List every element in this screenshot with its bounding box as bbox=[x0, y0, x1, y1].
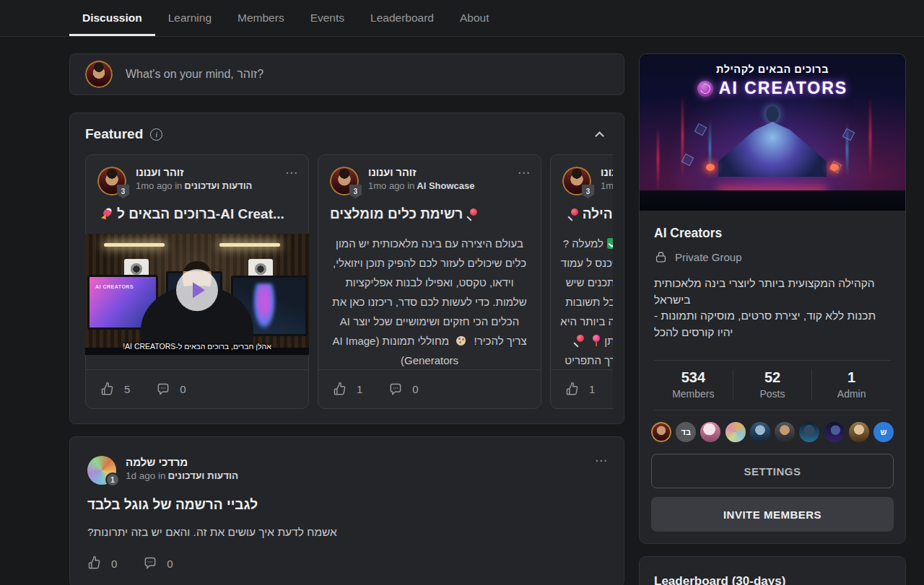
pushpin-emoji-icon bbox=[573, 335, 585, 346]
invite-members-button[interactable]: INVITE MEMBERS bbox=[651, 497, 894, 532]
post-header: 3 זוהר וענונו 1mo ago inAI Showcase bbox=[330, 167, 529, 195]
featured-header: Featured i bbox=[85, 126, 613, 142]
like-button[interactable] bbox=[565, 382, 580, 397]
group-about-card: ברוכים הבאים לקהילת AI CREATORS AI Creat… bbox=[639, 53, 906, 544]
post-title: לגביי הרשמה של גוגל בלבד bbox=[87, 497, 606, 513]
privacy-label: Private Group bbox=[675, 251, 742, 263]
author-avatar[interactable]: 3 bbox=[97, 167, 126, 195]
pushpin-emoji-icon bbox=[567, 208, 579, 220]
post-meta: 1mo ago inהודעות ועדכונים bbox=[136, 180, 252, 191]
banner-light-streak bbox=[869, 97, 871, 177]
tab-learning[interactable]: Learning bbox=[155, 0, 225, 36]
comment-button[interactable] bbox=[388, 382, 403, 397]
author-avatar[interactable]: 3 bbox=[330, 167, 359, 195]
banner-desk bbox=[640, 190, 905, 211]
comment-button[interactable] bbox=[143, 556, 157, 571]
feed-post-card[interactable]: 1 מרדכי שלמה 1d ago inהודעות ועדכונים ⋯ … bbox=[69, 436, 624, 585]
video-thumbnail[interactable]: אהלן חברים, ברוכים הבאים ל-AI CREATORS! bbox=[85, 234, 309, 355]
author-name[interactable]: זוהר וענונו bbox=[368, 167, 475, 178]
channel-name[interactable]: הודעות ועדכונים bbox=[168, 470, 239, 481]
body-line: התכנים שיש bbox=[562, 273, 613, 292]
member-avatar[interactable] bbox=[651, 422, 671, 442]
play-icon bbox=[193, 282, 205, 298]
author-avatar[interactable]: 1 bbox=[87, 456, 116, 485]
like-count: 0 bbox=[111, 558, 117, 570]
banner-brand-row: AI CREATORS bbox=[640, 79, 905, 98]
author-name[interactable]: זוהר וענונו bbox=[136, 167, 252, 178]
post-title: רשימת כלים מומלצים bbox=[330, 206, 529, 225]
post-body: למעלה ? היכנס ל עמוד התכנים שיש קבל תשוב… bbox=[562, 234, 613, 370]
chevron-up-icon[interactable] bbox=[595, 131, 604, 141]
post-menu-icon[interactable]: ⋯ bbox=[518, 165, 531, 180]
page-content: What's on your mind, זוהר? Featured i 3 bbox=[0, 37, 924, 585]
leaderboard-card: Leaderboard (30-days) bbox=[639, 556, 906, 585]
group-name: AI Creators bbox=[654, 226, 891, 241]
post-age: 1mo ago in bbox=[368, 180, 414, 191]
member-avatar[interactable]: בד bbox=[676, 422, 696, 442]
current-user-avatar[interactable] bbox=[85, 61, 113, 88]
studio-light bbox=[104, 243, 165, 247]
body-line: ניתן bbox=[562, 331, 613, 351]
like-button[interactable] bbox=[87, 556, 102, 571]
post-age: 1mo ago in bbox=[136, 180, 182, 191]
banner-figure-hand bbox=[706, 164, 715, 171]
level-badge: 3 bbox=[582, 185, 594, 198]
group-sidebar: ברוכים הבאים לקהילת AI CREATORS AI Creat… bbox=[639, 53, 906, 585]
play-button[interactable] bbox=[176, 269, 218, 311]
featured-post-card[interactable]: 3 זוהר וענונו 1mo ago inהודעות ועדכונים … bbox=[85, 154, 309, 409]
author-name[interactable]: זוהר וענונו bbox=[601, 167, 613, 178]
leaderboard-title: Leaderboard (30-days) bbox=[654, 574, 891, 585]
channel-name[interactable]: AI Showcase bbox=[417, 180, 474, 191]
post-body: בעולם היצירה עם בינה מלאכותית יש המון כל… bbox=[330, 234, 529, 371]
info-icon[interactable]: i bbox=[150, 128, 162, 141]
author-name[interactable]: מרדכי שלמה bbox=[126, 456, 238, 468]
member-avatar[interactable] bbox=[750, 422, 770, 442]
tab-discussion[interactable]: Discussion bbox=[69, 0, 155, 36]
post-footer: 5 0 bbox=[86, 369, 308, 408]
author-avatar[interactable]: 3 bbox=[562, 167, 591, 195]
tab-leaderboard[interactable]: Leaderboard bbox=[357, 0, 447, 36]
member-avatar[interactable] bbox=[799, 422, 819, 442]
comment-count: 0 bbox=[167, 558, 173, 570]
top-nav: Discussion Learning Members Events Leade… bbox=[0, 0, 924, 37]
featured-post-card[interactable]: 3 זוהר וענונו 1mo ago inAI Showcase ⋯ רש… bbox=[318, 154, 541, 409]
like-button[interactable] bbox=[333, 382, 347, 397]
comment-count: 0 bbox=[412, 383, 418, 395]
post-menu-icon[interactable]: ⋯ bbox=[595, 453, 608, 468]
lock-icon bbox=[654, 250, 668, 264]
settings-button[interactable]: SETTINGS bbox=[651, 454, 894, 488]
main-column: What's on your mind, זוהר? Featured i 3 bbox=[69, 53, 624, 585]
post-menu-icon[interactable]: ⋯ bbox=[285, 165, 298, 180]
body-line: בה ביותר היא bbox=[562, 312, 613, 331]
stat-admins[interactable]: 1 Admin bbox=[811, 369, 891, 400]
group-privacy: Private Group bbox=[654, 250, 891, 264]
stat-posts[interactable]: 52 Posts bbox=[733, 369, 812, 400]
banner-brand-text: AI CREATORS bbox=[719, 79, 847, 98]
member-avatar[interactable] bbox=[700, 422, 720, 442]
level-badge: 1 bbox=[105, 472, 120, 487]
post-age: 1d ago in bbox=[126, 470, 166, 481]
tab-events[interactable]: Events bbox=[297, 0, 357, 36]
featured-post-card-clipped[interactable]: 3 זוהר וענונו 1mo ago in ⋯ קהילה bbox=[550, 154, 613, 409]
floating-cube bbox=[842, 128, 855, 141]
tab-members[interactable]: Members bbox=[225, 0, 297, 36]
post-footer: 1 bbox=[551, 369, 613, 408]
stat-members[interactable]: 534 Members bbox=[654, 369, 733, 400]
member-avatar[interactable]: ש bbox=[873, 422, 894, 442]
banner-light-streak bbox=[681, 94, 684, 180]
like-button[interactable] bbox=[100, 382, 115, 397]
channel-name[interactable]: הודעות ועדכונים bbox=[184, 180, 252, 191]
comment-button[interactable] bbox=[156, 382, 170, 397]
member-avatar[interactable] bbox=[775, 422, 795, 442]
member-avatar[interactable] bbox=[725, 422, 746, 442]
banner-figure-body bbox=[718, 122, 827, 177]
tab-about[interactable]: About bbox=[447, 0, 502, 36]
banner-light-streak bbox=[657, 126, 659, 191]
group-stats: 534 Members 52 Posts 1 Admin bbox=[654, 360, 891, 410]
body-line: דרך התפריט bbox=[562, 351, 613, 370]
post-composer[interactable]: What's on your mind, זוהר? bbox=[69, 53, 624, 95]
studio-light bbox=[219, 243, 280, 247]
floating-cube bbox=[694, 123, 707, 136]
member-avatar[interactable] bbox=[824, 422, 845, 442]
member-avatar[interactable] bbox=[849, 422, 869, 442]
